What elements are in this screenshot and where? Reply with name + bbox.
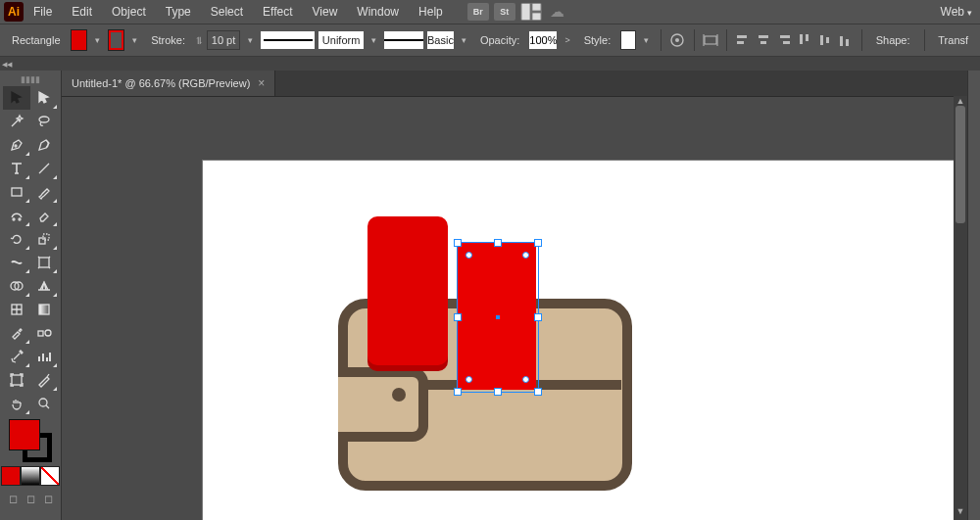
mesh-tool[interactable] (3, 298, 30, 321)
direct-selection-tool[interactable] (30, 86, 58, 110)
column-graph-tool[interactable] (30, 345, 58, 368)
selection-handle-n[interactable] (494, 239, 502, 247)
brush-select[interactable]: Basic (427, 31, 454, 49)
shaper-tool[interactable] (3, 204, 30, 227)
eyedropper-tool[interactable] (3, 321, 30, 345)
arrange-documents-icon[interactable] (520, 3, 542, 21)
menu-view[interactable]: View (303, 0, 348, 24)
align-top-icon[interactable] (796, 29, 812, 51)
selection-handle-s[interactable] (494, 388, 502, 396)
shape-builder-tool[interactable] (3, 274, 30, 298)
selection-tool[interactable] (3, 86, 30, 110)
slice-tool[interactable] (30, 368, 58, 392)
paintbrush-tool[interactable] (30, 180, 58, 204)
sync-cloud-icon[interactable]: ☁ (550, 3, 564, 21)
eraser-tool[interactable] (30, 204, 58, 227)
stroke-swatch[interactable] (108, 29, 124, 51)
rotate-tool[interactable] (3, 227, 30, 251)
type-tool[interactable] (3, 157, 30, 180)
scale-tool[interactable] (30, 227, 58, 251)
align-center-h-icon[interactable] (756, 29, 772, 51)
scroll-down-arrow-icon[interactable]: ▼ (954, 506, 967, 520)
corner-widget-nw[interactable] (466, 252, 472, 259)
stroke-weight-stepper[interactable]: ⥮ (195, 35, 203, 46)
fill-swatch[interactable] (71, 29, 87, 51)
hand-tool[interactable] (3, 392, 30, 415)
draw-behind-icon[interactable]: ◻ (22, 490, 39, 507)
color-mode-solid[interactable] (1, 466, 21, 486)
panel-toggle-row[interactable] (0, 57, 980, 71)
curvature-tool[interactable] (30, 133, 58, 157)
align-right-icon[interactable] (776, 29, 793, 51)
menu-select[interactable]: Select (201, 0, 253, 24)
width-profile-dropdown[interactable]: ▾ (368, 35, 380, 45)
artboard-tool[interactable] (3, 368, 30, 392)
draw-normal-icon[interactable]: ◻ (4, 490, 22, 507)
document-tab[interactable]: Untitled-1* @ 66.67% (RGB/Preview) × (62, 71, 275, 96)
fill-dropdown[interactable]: ▾ (91, 35, 104, 45)
menu-help[interactable]: Help (409, 0, 453, 24)
selection-handle-e[interactable] (534, 313, 542, 321)
close-tab-icon[interactable]: × (258, 76, 265, 90)
perspective-grid-tool[interactable] (30, 274, 58, 298)
canvas[interactable] (62, 96, 954, 520)
selection-handle-w[interactable] (454, 313, 462, 321)
line-segment-tool[interactable] (30, 157, 58, 180)
artwork-red-card-left[interactable] (368, 216, 448, 371)
pen-tool[interactable] (3, 133, 30, 157)
app-logo-icon[interactable]: Ai (4, 2, 24, 22)
align-center-v-icon[interactable] (816, 29, 833, 51)
collapsed-right-dock[interactable] (967, 71, 980, 520)
artwork-wallet-snap[interactable] (392, 388, 406, 402)
stroke-dropdown[interactable]: ▾ (128, 35, 141, 45)
menu-object[interactable]: Object (102, 0, 156, 24)
color-mode-gradient[interactable] (21, 466, 40, 486)
draw-inside-icon[interactable]: ◻ (39, 490, 57, 507)
color-mode-none[interactable] (40, 466, 60, 486)
menu-file[interactable]: File (24, 0, 62, 24)
artwork-wallet-flap[interactable] (338, 367, 428, 442)
lasso-tool[interactable] (30, 110, 58, 133)
width-profile-preview[interactable] (261, 31, 315, 49)
graphic-style-swatch[interactable] (620, 30, 636, 50)
rectangle-tool[interactable] (3, 180, 30, 204)
selection-center-point[interactable] (496, 315, 500, 319)
blend-tool[interactable] (30, 321, 58, 345)
workspace-switcher[interactable]: Web▾ (933, 5, 980, 19)
symbol-sprayer-tool[interactable] (3, 345, 30, 368)
fill-stroke-control[interactable] (9, 419, 52, 462)
magic-wand-tool[interactable] (3, 110, 30, 133)
menu-edit[interactable]: Edit (62, 0, 102, 24)
brush-dropdown[interactable]: ▾ (458, 35, 470, 45)
stroke-weight-input[interactable]: 10 pt (207, 30, 240, 50)
gradient-tool[interactable] (30, 298, 58, 321)
scrollbar-thumb[interactable] (956, 106, 965, 223)
stroke-weight-dropdown[interactable]: ▾ (244, 35, 257, 45)
graphic-style-dropdown[interactable]: ▾ (640, 35, 653, 45)
stock-icon[interactable]: St (494, 3, 515, 21)
align-left-icon[interactable] (735, 29, 752, 51)
corner-widget-ne[interactable] (522, 252, 529, 259)
fill-color-icon[interactable] (9, 419, 40, 450)
align-to-selection-icon[interactable] (702, 29, 718, 51)
selection-handle-se[interactable] (534, 388, 542, 396)
corner-widget-se[interactable] (522, 376, 529, 383)
vertical-scrollbar[interactable]: ▲ ▼ (954, 96, 967, 520)
free-transform-tool[interactable] (30, 251, 58, 274)
menu-effect[interactable]: Effect (253, 0, 302, 24)
width-profile-select[interactable]: Uniform (318, 31, 364, 49)
selection-handle-nw[interactable] (454, 239, 462, 247)
recolor-artwork-icon[interactable] (669, 29, 686, 51)
zoom-tool[interactable] (30, 392, 58, 415)
opacity-input[interactable]: 100% (529, 31, 557, 49)
selection-handle-ne[interactable] (534, 239, 542, 247)
transform-label[interactable]: Transf (932, 34, 974, 46)
width-tool[interactable] (3, 251, 30, 274)
bridge-icon[interactable]: Br (467, 3, 489, 21)
brush-preview[interactable] (384, 31, 423, 49)
selection-handle-sw[interactable] (454, 388, 462, 396)
opacity-dropdown[interactable]: > (561, 35, 573, 45)
corner-widget-sw[interactable] (466, 376, 472, 383)
align-bottom-icon[interactable] (837, 29, 854, 51)
menu-window[interactable]: Window (347, 0, 409, 24)
